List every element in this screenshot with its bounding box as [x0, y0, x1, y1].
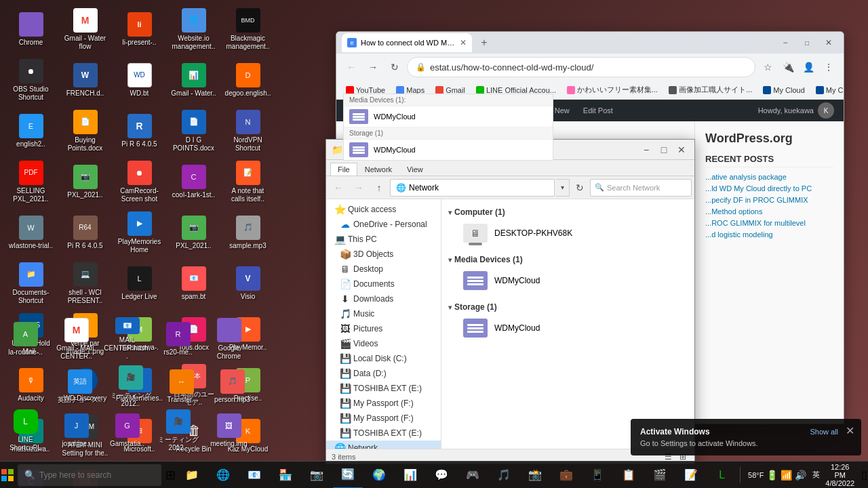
network-media-header[interactable]: ▾ Media Devices (1)	[447, 252, 689, 267]
network-item-wdmycloud-media[interactable]: WDMyCloud	[458, 267, 689, 294]
desktop-icon-gsheet[interactable]: 📊 Gmail - Water..	[168, 56, 219, 104]
nav-item-videos[interactable]: 🎬 Videos	[326, 336, 441, 351]
recent-post-item[interactable]: ...d logistic modeling	[705, 230, 833, 239]
taskbar-app15[interactable]: 📋	[614, 462, 644, 489]
explorer-address-dropdown[interactable]: ▾	[556, 179, 570, 197]
browser-url-bar[interactable]: 🔒 estat.us/how-to-connect-old-wd-my-clou…	[407, 57, 755, 77]
desktop-icon-cool[interactable]: C cool-1ark-1st..	[168, 158, 219, 205]
taskbar-mail[interactable]: 📧	[239, 462, 269, 489]
nav-item-passportf1[interactable]: 💾 My Passport (F:)	[326, 396, 441, 411]
taskbar-wifi-icon[interactable]: 📶	[781, 470, 792, 481]
taskbar-battery-icon[interactable]: 🔋	[766, 470, 778, 481]
nav-item-3dobjects[interactable]: 📦 3D Objects	[326, 247, 441, 262]
desktop-icon-spam[interactable]: 📧 spam.bt	[168, 260, 219, 307]
browser-forward-button[interactable]: →	[363, 58, 382, 77]
ribbon-tab-file[interactable]: File	[330, 163, 357, 176]
nav-item-documents[interactable]: 📄 Documents	[326, 277, 441, 291]
taskbar-app14[interactable]: 📱	[583, 462, 612, 489]
desktop-icon-playmemories[interactable]: ▶ PlayMemories Home	[114, 209, 165, 256]
bookmark-mycloud2[interactable]: My Cloud	[812, 85, 844, 96]
nav-item-pictures[interactable]: 🖼 Pictures	[326, 321, 441, 336]
network-computer-header[interactable]: ▾ Computer (1)	[447, 205, 689, 220]
desktop-icon-pxl2[interactable]: 📷 PXL_2021..	[168, 209, 219, 256]
desktop-icon-buying[interactable]: 📄 Buying Points.docx	[60, 107, 111, 155]
desktop-icon-line-shortcut[interactable]: L LINE ShortcuPL	[0, 407, 51, 454]
desktop-icon-aroute[interactable]: A la-routine-..	[0, 315, 51, 363]
network-item-wdmycloud-storage[interactable]: WDMyCloud	[458, 314, 689, 342]
explorer-refresh-button[interactable]: ↻	[571, 179, 589, 197]
desktop-icon-nordvpn[interactable]: N NordVPN Shortcut	[222, 107, 273, 155]
desktop-icon-word-french[interactable]: W FRENCH.d..	[60, 56, 111, 104]
nav-item-quickaccess[interactable]: ⭐ Quick access	[326, 202, 441, 217]
nav-item-thispc[interactable]: 💻 This PC	[326, 232, 441, 247]
network-storage-header[interactable]: ▾ Storage (1)	[447, 300, 689, 314]
explorer-maximize-button[interactable]: □	[656, 142, 671, 157]
nav-item-network[interactable]: 🌐 Network	[326, 441, 441, 449]
taskbar-clock[interactable]: 12:26 PM 4/8/2022	[820, 463, 860, 487]
network-item-desktop-pc[interactable]: 🖥 DESKTOP-PKHV68K	[458, 220, 689, 247]
recent-post-item[interactable]: ...pecify DF in PROC GLIMMIX	[705, 196, 833, 204]
taskbar-app9[interactable]: 💬	[427, 462, 456, 489]
browser-new-tab-button[interactable]: +	[475, 33, 494, 52]
desktop-icon-ru64[interactable]: R64 Pi R 6 4.0.5	[60, 209, 111, 256]
browser-tab-active[interactable]: e How to connect old WD My Clo... ✕	[342, 33, 472, 52]
bookmark-gazou[interactable]: 画像加工職人サイト...	[665, 83, 756, 96]
desktop-icon-imgfile[interactable]: 🖼 meeting.img	[203, 407, 254, 454]
nav-item-toshibae1[interactable]: 💾 TOSHIBA EXT (E:)	[326, 381, 441, 396]
nav-item-music[interactable]: 🎵 Music	[326, 306, 441, 321]
desktop-icon-josai[interactable]: J josai.jpe..	[51, 407, 102, 454]
desktop-icon-website[interactable]: 🌐 Website.io management..	[168, 5, 219, 53]
show-desktop-button[interactable]: ▯	[860, 462, 868, 489]
explorer-forward-button[interactable]: →	[349, 178, 368, 197]
taskbar-app17[interactable]: 📝	[676, 462, 706, 489]
explorer-up-button[interactable]: ↑	[370, 178, 389, 197]
taskbar-photos[interactable]: 📷	[302, 462, 332, 489]
show-all-link[interactable]: Show all	[810, 428, 838, 436]
taskbar-recycle[interactable]: 🔄	[333, 462, 363, 489]
browser-maximize-button[interactable]: □	[797, 33, 816, 52]
taskbar-app11[interactable]: 🎵	[489, 462, 519, 489]
toast-close-button[interactable]: ✕	[846, 424, 854, 437]
bookmark-kawaii[interactable]: かわいいフリー素材集...	[563, 83, 662, 96]
taskview-button[interactable]: ⊞	[164, 462, 177, 489]
nav-item-localc[interactable]: 💾 Local Disk (C:)	[326, 351, 441, 366]
nav-item-datad[interactable]: 💾 Data (D:)	[326, 366, 441, 381]
browser-menu-button[interactable]: ⋮	[819, 58, 838, 77]
desktop-icon-gmail[interactable]: M Gmail - Water flow	[60, 5, 111, 53]
taskbar-edge[interactable]: 🌐	[208, 462, 238, 489]
browser-profile-button[interactable]: 👤	[799, 58, 818, 77]
recent-post-item[interactable]: ...ld WD My Cloud directly to PC	[705, 184, 833, 192]
desktop-icon-english[interactable]: E english2..	[5, 107, 56, 155]
taskbar-app18[interactable]: L	[707, 462, 737, 489]
desktop-icon-camrecord[interactable]: ⏺ CamRecord-Screen shot	[114, 158, 165, 205]
desktop-icon-meeting1[interactable]: 🎥 ミーティング 2012..	[105, 363, 156, 410]
desktop-icon-gmail-mail[interactable]: M Gmail - MAIL CENTER..	[51, 315, 102, 363]
desktop-icon-r[interactable]: R Pi R 6 4.0.5	[114, 107, 165, 155]
taskbar-app13[interactable]: 💼	[551, 462, 581, 489]
desktop-icon-gamstatia[interactable]: G Gamstatia..	[102, 407, 153, 454]
browser-back-button[interactable]: ←	[342, 58, 361, 77]
desktop-icon-degoo[interactable]: D degoo.english..	[222, 56, 273, 104]
desktop-icon-big[interactable]: 📄 D I G POINTS.docx	[168, 107, 219, 155]
desktop-icon-shell[interactable]: 💻 shell - WCl PRESENT..	[60, 260, 111, 307]
taskbar-app16[interactable]: 🎬	[645, 462, 675, 489]
desktop-icon-pdf-selling[interactable]: PDF SELLING PXL_2021..	[5, 158, 56, 205]
desktop-icon-documents[interactable]: 📁 Documents-Shortcut	[5, 260, 56, 307]
desktop-icon-lipresent[interactable]: li li-present-..	[114, 5, 165, 53]
recent-post-item[interactable]: ...ROC GLIMMIX for multilevel	[705, 219, 833, 227]
desktop-icon-personmp3[interactable]: 🎵 person.mp3	[207, 363, 258, 410]
bookmark-mycloud1[interactable]: My Cloud	[759, 85, 808, 96]
start-button[interactable]	[0, 462, 15, 489]
desktop-icon-anote[interactable]: 📝 A note that calls itself..	[222, 158, 273, 205]
browser-bookmark-button[interactable]: ☆	[758, 58, 777, 77]
wp-editpost-item[interactable]: Edit Post	[579, 100, 617, 121]
desktop-icon-ledger[interactable]: L Ledger Live	[114, 260, 165, 307]
desktop-icon-meeting2[interactable]: 🎥 ミーティング 2012..	[153, 407, 203, 454]
desktop-icon-eng2[interactable]: 英語 英語チョース..	[54, 363, 105, 410]
taskbar-app10[interactable]: 🎮	[458, 462, 488, 489]
desktop-icon-wstone[interactable]: W wIastone-trial..	[5, 209, 56, 256]
wp-howdy-item[interactable]: Howdy, kuekawa K	[754, 100, 838, 121]
taskbar-lang-indicator[interactable]: 英	[812, 462, 820, 489]
ribbon-tab-view[interactable]: View	[399, 163, 431, 176]
nav-item-downloads[interactable]: ⬇ Downloads	[326, 291, 441, 306]
